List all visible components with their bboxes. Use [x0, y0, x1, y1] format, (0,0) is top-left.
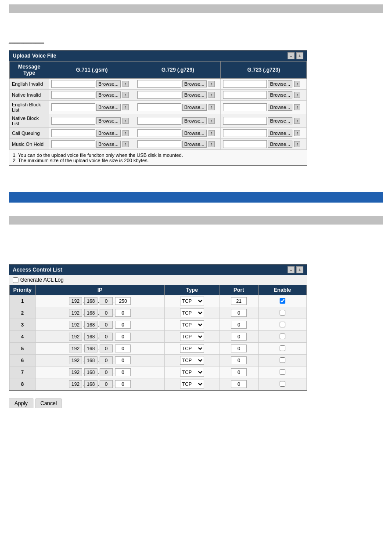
- browse-button-g711-0[interactable]: Browse...: [96, 80, 121, 87]
- upload-btn-g723-1[interactable]: ↑: [294, 92, 300, 98]
- enable-checkbox-row7[interactable]: [280, 381, 285, 387]
- ip-octet-1-row6[interactable]: [69, 368, 82, 376]
- enable-checkbox-row2[interactable]: [280, 322, 285, 327]
- cancel-button[interactable]: Cancel: [36, 399, 61, 408]
- ip-octet-3-row5[interactable]: [100, 356, 113, 364]
- ip-octet-2-row4[interactable]: [84, 345, 97, 352]
- upload-btn-g723-5[interactable]: ↑: [294, 141, 300, 147]
- type-select-row4[interactable]: TCPUDP: [180, 344, 204, 353]
- upload-btn-g711-0[interactable]: ↑: [122, 81, 129, 87]
- port-input-row5[interactable]: [231, 356, 247, 364]
- ip-octet-2-row1[interactable]: [84, 309, 97, 317]
- type-select-row0[interactable]: TCPUDP: [180, 297, 204, 305]
- port-input-row6[interactable]: [231, 368, 247, 376]
- file-input-g729-3[interactable]: [137, 117, 181, 125]
- upload-btn-g723-2[interactable]: ↑: [294, 104, 300, 110]
- ip-octet-4-row6[interactable]: [115, 368, 131, 376]
- browse-button-g711-2[interactable]: Browse...: [96, 104, 121, 111]
- acl-collapse-icon[interactable]: -: [288, 266, 295, 273]
- upload-btn-g729-1[interactable]: ↑: [209, 92, 215, 98]
- file-input-g723-5[interactable]: [223, 140, 267, 148]
- ip-octet-4-row4[interactable]: [115, 345, 131, 352]
- ip-octet-4-row2[interactable]: [115, 321, 131, 329]
- browse-button-g729-4[interactable]: Browse...: [182, 130, 207, 137]
- file-input-g711-2[interactable]: [51, 103, 95, 111]
- ip-octet-4-row3[interactable]: [115, 333, 131, 341]
- file-input-g729-4[interactable]: [137, 129, 181, 137]
- upload-btn-g723-4[interactable]: ↑: [294, 130, 300, 136]
- file-input-g711-5[interactable]: [51, 140, 95, 148]
- file-input-g729-0[interactable]: [137, 80, 181, 88]
- ip-octet-1-row5[interactable]: [69, 356, 82, 364]
- browse-button-g729-0[interactable]: Browse...: [182, 80, 207, 87]
- ip-octet-3-row1[interactable]: [100, 309, 113, 317]
- enable-checkbox-row6[interactable]: [280, 369, 285, 375]
- upload-btn-g711-1[interactable]: ↑: [122, 92, 129, 98]
- type-select-row2[interactable]: TCPUDP: [180, 320, 204, 329]
- ip-octet-1-row0[interactable]: [69, 297, 82, 305]
- browse-button-g723-0[interactable]: Browse...: [268, 80, 292, 87]
- browse-button-g723-3[interactable]: Browse...: [268, 117, 292, 124]
- enable-checkbox-row4[interactable]: [280, 345, 285, 351]
- file-input-g729-2[interactable]: [137, 103, 181, 111]
- file-input-g711-4[interactable]: [51, 129, 95, 137]
- ip-octet-4-row7[interactable]: [115, 380, 131, 388]
- upload-btn-g711-3[interactable]: ↑: [122, 118, 129, 124]
- ip-octet-1-row4[interactable]: [69, 345, 82, 352]
- apply-button[interactable]: Apply: [9, 399, 33, 408]
- ip-octet-2-row0[interactable]: [84, 297, 97, 305]
- port-input-row2[interactable]: [231, 321, 247, 329]
- upload-btn-g723-3[interactable]: ↑: [294, 118, 300, 124]
- generate-acl-log-checkbox[interactable]: [13, 277, 18, 283]
- type-select-row1[interactable]: TCPUDP: [180, 308, 204, 317]
- expand-icon[interactable]: +: [296, 52, 303, 59]
- ip-octet-2-row7[interactable]: [84, 380, 97, 388]
- underline-link[interactable]: ____________: [9, 37, 44, 44]
- upload-btn-g723-0[interactable]: ↑: [294, 81, 300, 87]
- port-input-row0[interactable]: [231, 297, 247, 305]
- upload-btn-g711-5[interactable]: ↑: [122, 141, 129, 147]
- upload-btn-g729-2[interactable]: ↑: [209, 104, 215, 110]
- browse-button-g711-3[interactable]: Browse...: [96, 117, 121, 124]
- browse-button-g711-1[interactable]: Browse...: [96, 91, 121, 98]
- acl-expand-icon[interactable]: +: [296, 266, 303, 273]
- ip-octet-3-row2[interactable]: [100, 321, 113, 329]
- ip-octet-2-row5[interactable]: [84, 356, 97, 364]
- file-input-g723-1[interactable]: [223, 91, 267, 99]
- file-input-g711-1[interactable]: [51, 91, 95, 99]
- ip-octet-4-row1[interactable]: [115, 309, 131, 317]
- ip-octet-2-row2[interactable]: [84, 321, 97, 329]
- file-input-g711-0[interactable]: [51, 80, 95, 88]
- upload-btn-g711-4[interactable]: ↑: [122, 130, 129, 136]
- port-input-row4[interactable]: [231, 345, 247, 352]
- browse-button-g723-4[interactable]: Browse...: [268, 130, 292, 137]
- ip-octet-2-row3[interactable]: [84, 333, 97, 341]
- upload-btn-g729-5[interactable]: ↑: [209, 141, 215, 147]
- ip-octet-1-row2[interactable]: [69, 321, 82, 329]
- browse-button-g729-3[interactable]: Browse...: [182, 117, 207, 124]
- port-input-row3[interactable]: [231, 333, 247, 341]
- ip-octet-3-row0[interactable]: [100, 297, 113, 305]
- upload-btn-g711-2[interactable]: ↑: [122, 104, 129, 110]
- ip-octet-3-row3[interactable]: [100, 333, 113, 341]
- upload-btn-g729-0[interactable]: ↑: [209, 81, 215, 87]
- port-input-row1[interactable]: [231, 309, 247, 317]
- file-input-g729-5[interactable]: [137, 140, 181, 148]
- browse-button-g729-5[interactable]: Browse...: [182, 141, 207, 148]
- enable-checkbox-row5[interactable]: [280, 357, 285, 363]
- ip-octet-1-row1[interactable]: [69, 309, 82, 317]
- upload-btn-g729-3[interactable]: ↑: [209, 118, 215, 124]
- enable-checkbox-row1[interactable]: [280, 310, 285, 316]
- port-input-row7[interactable]: [231, 380, 247, 388]
- browse-button-g711-5[interactable]: Browse...: [96, 141, 121, 148]
- ip-octet-2-row6[interactable]: [84, 368, 97, 376]
- file-input-g723-3[interactable]: [223, 117, 267, 125]
- browse-button-g723-1[interactable]: Browse...: [268, 91, 292, 98]
- ip-octet-3-row6[interactable]: [100, 368, 113, 376]
- browse-button-g711-4[interactable]: Browse...: [96, 130, 121, 137]
- ip-octet-1-row3[interactable]: [69, 333, 82, 341]
- ip-octet-3-row7[interactable]: [100, 380, 113, 388]
- file-input-g723-0[interactable]: [223, 80, 267, 88]
- ip-octet-4-row0[interactable]: [115, 297, 131, 305]
- browse-button-g723-2[interactable]: Browse...: [268, 104, 292, 111]
